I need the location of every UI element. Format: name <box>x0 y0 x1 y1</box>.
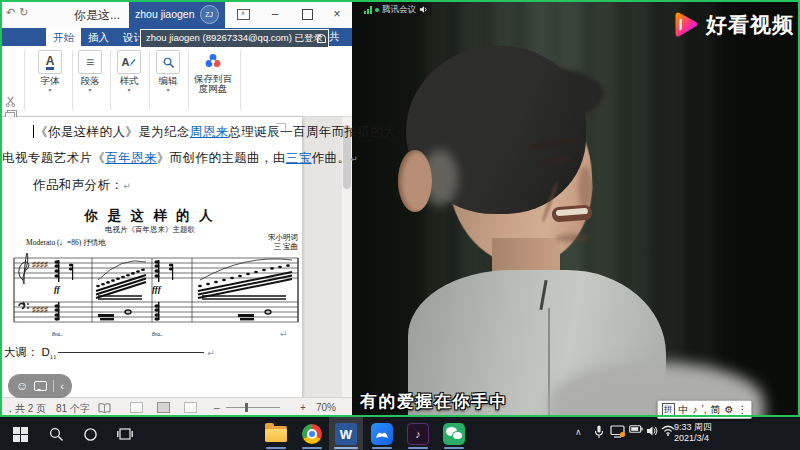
editing-group-button[interactable]: 编辑 ▾ <box>150 50 186 93</box>
task-view-icon <box>117 427 133 441</box>
start-button[interactable] <box>8 422 32 446</box>
quick-access-toolbar: ↶↻ <box>6 6 32 19</box>
ime-more-icon[interactable]: ⋮ <box>737 402 747 417</box>
svg-text:♯♯♯♯: ♯♯♯♯ <box>32 305 48 314</box>
ime-chinese-mode[interactable]: 中 <box>679 402 689 417</box>
music-score: ♯♯♯♯ ♯♯♯♯ ff <box>2 250 300 342</box>
file-explorer-button[interactable] <box>264 422 288 446</box>
chrome-button[interactable] <box>300 422 324 446</box>
speaker-icon[interactable] <box>419 5 428 14</box>
account-button[interactable]: zhou jiaogen ZJ <box>129 0 225 28</box>
close-button[interactable]: × <box>322 0 352 28</box>
link-sanbao[interactable]: 三宝 <box>286 151 312 165</box>
text-cursor <box>33 125 34 138</box>
tencent-meeting-button[interactable] <box>370 422 394 446</box>
open-app-indicator <box>302 447 322 449</box>
web-layout-button[interactable] <box>184 402 197 413</box>
ime-punctuation-icon[interactable]: ’, <box>702 402 707 417</box>
undo-button[interactable]: ↶ <box>6 6 19 18</box>
actor-ear <box>398 150 432 212</box>
paragraph-group-button[interactable]: ≡ 段落 ▾ <box>72 50 108 93</box>
collapse-toolbar-button[interactable]: ‹ <box>60 380 64 392</box>
document-page[interactable]: 《你是这样的人》是为纪念周恩来总理诞辰一百周年而拍摄的大 电视专题艺术片《百年恩… <box>0 117 302 398</box>
ribbon-display-options-button[interactable]: ∧ <box>228 0 258 28</box>
zoom-level[interactable]: 70% <box>316 402 336 413</box>
svg-text:fff: fff <box>152 284 162 294</box>
paragraph-mark: ↵ <box>350 154 358 164</box>
tray-overflow-chevron[interactable]: ∧ <box>575 427 582 437</box>
redo-button[interactable]: ↻ <box>19 6 32 18</box>
haokan-video-logo: 好看视频 <box>670 10 794 40</box>
paragraph-group-label: 段落 <box>81 76 100 86</box>
minimize-button[interactable]: – <box>260 0 290 28</box>
link-bainianenlai[interactable]: 百年恩来 <box>105 151 157 165</box>
baidu-netdisk-button[interactable]: 保存到百度网盘 <box>190 50 236 94</box>
ime-settings-gear-icon[interactable]: ⚙ <box>725 402 734 417</box>
wifi-icon[interactable] <box>661 425 675 436</box>
windows-taskbar: e 一条地铁横跨鄂陕 搜索一下 W ♪ ∧ 9:33 周四 <box>0 417 800 450</box>
read-mode-button[interactable] <box>130 402 143 413</box>
zoom-in-button[interactable]: + <box>300 402 306 413</box>
cortana-icon <box>83 427 98 442</box>
screen-share-tray-icon[interactable] <box>610 425 625 438</box>
toolbar-divider <box>53 380 54 392</box>
styles-group-button[interactable]: A 样式 ▾ <box>111 50 147 93</box>
music-app-icon: ♪ <box>407 423 429 445</box>
link-zhouenlai[interactable]: 周恩来 <box>190 125 229 139</box>
document-title: 你是这... <box>74 7 120 24</box>
active-app-indicator <box>334 447 358 449</box>
baidu-netdisk-icon <box>204 53 222 69</box>
recording-dot-icon <box>375 8 379 12</box>
microphone-tray-icon[interactable] <box>594 425 604 439</box>
paragraph-icon: ≡ <box>86 54 94 70</box>
taskbar-clock[interactable]: 9:33 周四 2021/3/4 <box>674 422 736 443</box>
paragraph-1: 《你是这样的人》是为纪念周恩来总理诞辰一百周年而拍摄的大 <box>33 124 396 141</box>
meeting-shared-video: 腾讯会议 好看视频 有的爱握在你手中 <box>352 0 800 417</box>
ime-pinyin-icon[interactable]: 拼 <box>662 403 675 416</box>
maximize-icon <box>302 9 313 20</box>
emoji-button[interactable]: ☺ <box>16 379 28 393</box>
tab-home[interactable]: 开始 <box>46 28 81 46</box>
paragraph-2: 电视专题艺术片《百年恩来》而创作的主题曲，由三宝作曲。↵ <box>2 150 358 167</box>
avatar: ZJ <box>200 5 219 24</box>
bass-clef <box>19 302 25 309</box>
proofing-icon[interactable] <box>98 403 111 414</box>
actor-chin-shadow <box>556 234 590 242</box>
battery-icon[interactable] <box>629 425 643 433</box>
font-group-label: 字体 <box>41 76 60 86</box>
score-tempo: Moderato (♩=86) 抒情地 <box>26 238 106 248</box>
ime-simplified-icon[interactable]: 简 <box>711 402 721 417</box>
taskbar-search-button[interactable] <box>44 422 68 446</box>
volume-icon[interactable] <box>646 425 658 437</box>
harmony-extension-line <box>58 352 204 353</box>
floating-reaction-toolbar: ☺ ‹ <box>8 374 72 398</box>
page-count[interactable]: ，共 2 页 <box>5 402 46 416</box>
search-icon <box>49 427 64 442</box>
ime-sound-icon[interactable]: ♪ <box>693 402 698 417</box>
chrome-icon <box>302 424 322 444</box>
music-app-button[interactable]: ♪ <box>406 422 430 446</box>
video-right-shadow <box>732 0 800 417</box>
wechat-button[interactable] <box>442 422 466 446</box>
meeting-app-name: 腾讯会议 <box>382 4 416 16</box>
ribbon-display-icon: ∧ <box>237 9 250 20</box>
tab-insert[interactable]: 插入 <box>81 28 116 46</box>
maximize-button[interactable] <box>292 0 322 28</box>
word-count[interactable]: 81 个字 <box>56 402 90 416</box>
cut-icon[interactable] <box>5 96 16 107</box>
editing-caret-icon: ▾ <box>166 88 169 93</box>
svg-text:♯♯♯♯: ♯♯♯♯ <box>32 260 48 269</box>
print-layout-button[interactable] <box>157 402 170 413</box>
word-taskbar-button[interactable]: W <box>334 422 358 446</box>
score-credits: 宋小明词 三 宝曲 <box>240 233 298 251</box>
font-icon: A <box>46 55 55 70</box>
share-button[interactable]: 共 <box>317 30 340 44</box>
zoom-out-button[interactable]: – <box>214 402 220 413</box>
chat-button[interactable] <box>34 381 47 391</box>
cortana-button[interactable] <box>78 422 102 446</box>
treble-clef <box>19 253 29 284</box>
font-group-button[interactable]: A 字体 ▾ <box>32 50 68 93</box>
task-view-button[interactable] <box>113 422 137 446</box>
zoom-slider-track[interactable] <box>226 407 280 408</box>
zoom-slider-handle[interactable] <box>245 403 248 412</box>
